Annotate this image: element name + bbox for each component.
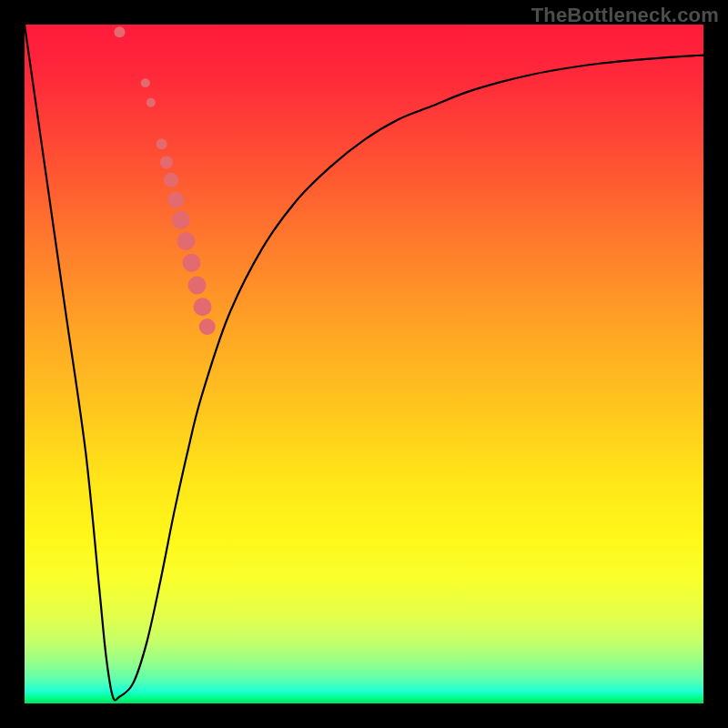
plot-area [25, 25, 703, 703]
curve-layer [25, 25, 703, 700]
data-marker [183, 254, 201, 272]
data-marker [114, 26, 125, 37]
data-marker [188, 277, 207, 295]
data-marker [167, 192, 184, 208]
marker-layer [114, 26, 215, 335]
watermark-text: TheBottleneck.com [531, 4, 719, 27]
data-marker [141, 78, 150, 87]
chart-svg [25, 25, 703, 703]
data-marker [199, 318, 216, 335]
bottleneck-curve [25, 25, 703, 700]
data-marker [194, 298, 212, 316]
chart-frame: TheBottleneck.com [0, 0, 728, 728]
data-marker [177, 232, 196, 250]
data-marker [172, 211, 190, 229]
data-marker [160, 156, 173, 168]
data-marker [147, 98, 156, 107]
data-marker [157, 138, 167, 149]
data-marker [164, 173, 178, 187]
